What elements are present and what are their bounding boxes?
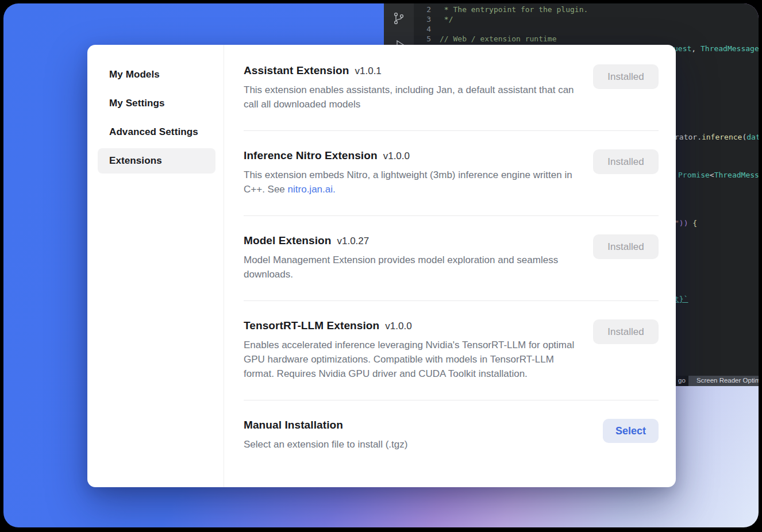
description-text: Select an extension file to install (.tg…: [244, 439, 407, 450]
screen-reader-status[interactable]: Screen Reader Optimize: [688, 376, 759, 386]
code-token: inference: [702, 133, 742, 141]
extension-row: Assistant Extensionv1.0.1This extension …: [244, 64, 659, 111]
sidebar-item-label: My Settings: [109, 98, 165, 109]
extension-row: Manual InstallationSelect an extension f…: [244, 419, 659, 452]
code-token: ,: [691, 44, 701, 53]
extension-title-row: Model Extensionv1.0.27: [244, 234, 580, 247]
code-token: Promise: [678, 171, 710, 179]
code-token: */: [440, 15, 453, 24]
extension-description: This extension enables assistants, inclu…: [244, 83, 580, 111]
extension-row: TensortRT-LLM Extensionv1.0.0Enables acc…: [244, 319, 659, 381]
code-token: )): [679, 219, 688, 228]
extensions-panel: Assistant Extensionv1.0.1This extension …: [224, 45, 676, 487]
line-number: 2: [418, 5, 431, 14]
extension-version: v1.0.0: [383, 151, 410, 162]
code-token: {: [688, 219, 697, 228]
extension-version: v1.0.1: [355, 65, 382, 77]
installed-button[interactable]: Installed: [593, 319, 659, 344]
extension-info: Model Extensionv1.0.27Model Management E…: [244, 234, 580, 282]
extension-version: v1.0.0: [385, 321, 411, 332]
extension-name: Model Extension: [244, 234, 331, 247]
extension-info: Manual InstallationSelect an extension f…: [244, 419, 407, 452]
sidebar-item-label: Extensions: [109, 155, 162, 167]
divider: [244, 400, 659, 400]
extension-info: Inference Nitro Extensionv1.0.0This exte…: [244, 149, 580, 196]
code-fragment: ")) {: [675, 218, 697, 228]
code-line: 5// Web / extension runtime: [414, 34, 759, 44]
code-token: * The entrypoint for the plugin.: [440, 5, 588, 14]
divider: [244, 130, 659, 131]
extension-title-row: Inference Nitro Extensionv1.0.0: [244, 149, 580, 162]
code-text: // Web / extension runtime: [440, 34, 557, 44]
app-window: 2 * The entrypoint for the plugin.3 */45…: [3, 3, 759, 527]
extension-description: Select an extension file to install (.tg…: [244, 437, 407, 452]
line-number: 3: [418, 14, 431, 24]
code-token: data: [746, 133, 759, 141]
code-fragment: t}`: [675, 294, 688, 304]
extension-row: Model Extensionv1.0.27Model Management E…: [244, 234, 659, 282]
extension-description: Enables accelerated inference leveraging…: [244, 338, 580, 381]
extension-link[interactable]: nitro.jan.ai.: [288, 184, 336, 195]
extension-name: Inference Nitro Extension: [244, 149, 378, 162]
description-text: Model Management Extension provides mode…: [244, 255, 558, 280]
code-line: 4: [414, 24, 759, 34]
extension-version: v1.0.27: [337, 236, 369, 247]
sidebar-item-label: My Models: [109, 69, 160, 80]
description-text: Enables accelerated inference leveraging…: [244, 340, 574, 379]
installed-button[interactable]: Installed: [593, 64, 659, 89]
code-token: <: [710, 171, 714, 179]
sidebar-item-my-models[interactable]: My Models: [98, 62, 215, 87]
extension-info: TensortRT-LLM Extensionv1.0.0Enables acc…: [244, 319, 580, 381]
divider: [244, 300, 659, 301]
code-fragment: rator.inference(data));: [675, 132, 759, 142]
code-token: t}`: [675, 295, 688, 303]
extension-name: Manual Installation: [244, 419, 343, 431]
extension-title-row: TensortRT-LLM Extensionv1.0.0: [244, 319, 580, 332]
installed-button[interactable]: Installed: [593, 149, 659, 174]
extension-name: TensortRT-LLM Extension: [244, 319, 379, 332]
code-line: 3 */: [414, 14, 759, 24]
extension-title-row: Manual Installation: [244, 419, 407, 431]
extension-name: Assistant Extension: [244, 64, 349, 77]
settings-modal: My ModelsMy SettingsAdvanced SettingsExt…: [87, 45, 676, 487]
settings-sidebar: My ModelsMy SettingsAdvanced SettingsExt…: [87, 45, 224, 487]
sidebar-item-label: Advanced Settings: [109, 126, 198, 138]
code-fragment: Promise<ThreadMessage>: [678, 170, 759, 180]
code-token: // Web / extension runtime: [440, 34, 557, 43]
code-token: ThreadMessage: [714, 171, 759, 179]
extension-description: Model Management Extension provides mode…: [244, 253, 580, 282]
divider: [244, 215, 659, 216]
extension-info: Assistant Extensionv1.0.1This extension …: [244, 64, 580, 111]
extension-row: Inference Nitro Extensionv1.0.0This exte…: [244, 149, 659, 196]
code-token: rator.: [675, 133, 702, 141]
extension-title-row: Assistant Extensionv1.0.1: [244, 64, 580, 77]
line-number: 5: [418, 34, 431, 44]
select-button[interactable]: Select: [603, 419, 659, 443]
line-number: 4: [418, 24, 431, 34]
code-line: 2 * The entrypoint for the plugin.: [414, 5, 759, 14]
status-left-label: go: [678, 377, 686, 384]
sidebar-item-my-settings[interactable]: My Settings: [98, 91, 215, 116]
sidebar-item-extensions[interactable]: Extensions: [98, 148, 215, 174]
installed-button[interactable]: Installed: [593, 234, 659, 259]
extension-description: This extension embeds Nitro, a lightweig…: [244, 168, 580, 196]
code-text: * The entrypoint for the plugin.: [440, 5, 588, 14]
source-control-icon[interactable]: [392, 11, 406, 25]
description-text: This extension enables assistants, inclu…: [244, 84, 574, 110]
code-token: ThreadMessage: [701, 44, 759, 53]
sidebar-item-advanced-settings[interactable]: Advanced Settings: [98, 119, 215, 145]
code-text: */: [440, 14, 453, 24]
